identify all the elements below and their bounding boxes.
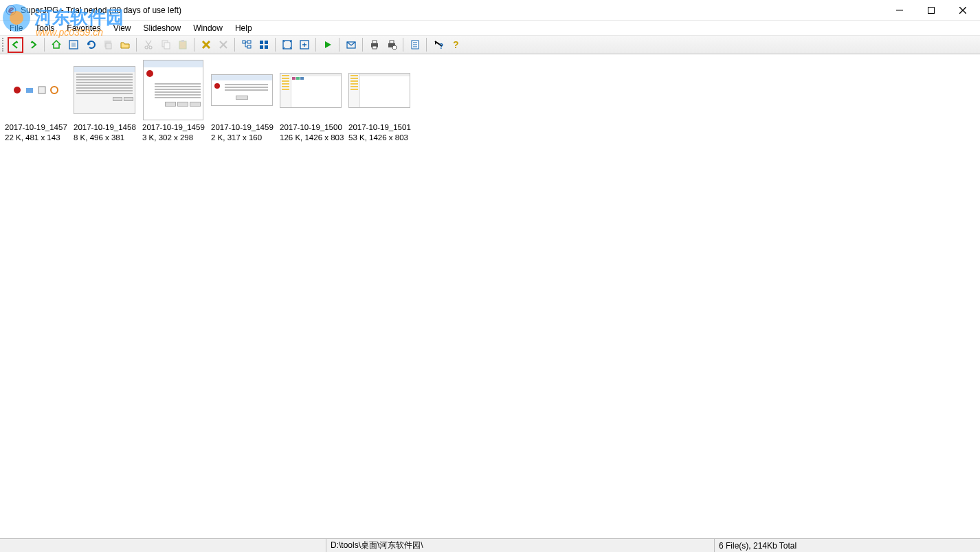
help-icon[interactable]: ? — [447, 37, 463, 53]
print-icon[interactable] — [366, 37, 382, 53]
status-path: D:\tools\桌面\河东软件园\ — [326, 539, 715, 552]
title-bar: SuperJPG - Trial period (30 days of use … — [0, 0, 980, 21]
maximize-button[interactable] — [915, 0, 947, 21]
undo-icon[interactable] — [82, 37, 98, 53]
svg-rect-17 — [243, 41, 245, 43]
status-file-count: 6 File(s), 214Kb Total — [715, 539, 980, 552]
svg-rect-23 — [265, 45, 268, 49]
thumbnail-item[interactable]: 2017-10-19_14593 K, 302 x 298 — [142, 58, 208, 142]
toolbar-separator — [136, 38, 137, 52]
folder-open-icon[interactable] — [117, 37, 133, 53]
fullscreen-icon[interactable] — [279, 37, 295, 53]
thumbnail-info: 126 K, 980 x 552 — [279, 133, 345, 142]
menu-view[interactable]: View — [108, 22, 137, 34]
thumbnail-image — [73, 58, 136, 122]
toolbar-separator — [275, 38, 276, 52]
menu-bar: FileToolsFavoritesViewSlideshowWindowHel… — [0, 21, 980, 36]
thumbnail-item[interactable]: 2017-10-19_1500126 K, 980 x 552 — [279, 58, 345, 142]
thumbnail-info: 53 K, 980 x 552 — [348, 133, 414, 142]
cancel-x-icon[interactable] — [198, 37, 214, 53]
thumbnail-filename: 2017-10-19_1457 — [4, 122, 70, 132]
thumbnail-info: 2 K, 317 x 160 — [210, 133, 276, 142]
thumbnail-image — [142, 58, 205, 122]
menu-slideshow[interactable]: Slideshow — [138, 22, 187, 34]
thumbnail-image — [348, 58, 411, 122]
thumbnail-filename: 2017-10-19_1458 — [73, 122, 139, 132]
toolbar-separator — [339, 38, 339, 52]
play-slideshow-icon[interactable] — [320, 37, 335, 53]
svg-rect-41 — [38, 87, 45, 93]
thumbnail-image — [4, 58, 67, 122]
svg-rect-10 — [106, 43, 111, 49]
menu-favorites[interactable]: Favorites — [61, 22, 106, 34]
svg-rect-20 — [260, 41, 263, 44]
thumbnail-item[interactable]: 2017-10-19_150153 K, 980 x 552 — [348, 58, 414, 142]
menu-help[interactable]: Help — [230, 22, 258, 34]
app-icon — [5, 5, 16, 16]
svg-point-39 — [14, 87, 21, 93]
refresh-icon[interactable] — [65, 37, 81, 53]
menu-window[interactable]: Window — [188, 22, 228, 34]
print-preview-icon[interactable] — [383, 37, 399, 53]
paste-icon — [175, 37, 190, 53]
toolbar-separator — [362, 38, 363, 52]
thumbnail-pane[interactable]: 2017-10-19_145722 K, 481 x 143 2017-10-1… — [0, 54, 980, 538]
svg-text:?: ? — [453, 39, 459, 50]
minimize-button[interactable] — [884, 0, 915, 21]
email-icon[interactable] — [343, 37, 359, 53]
svg-rect-28 — [372, 41, 377, 43]
toolbar-separator — [315, 38, 316, 52]
toolbar: ?? — [0, 36, 980, 54]
svg-point-32 — [392, 45, 397, 49]
svg-point-43 — [146, 70, 153, 77]
svg-rect-14 — [164, 43, 170, 49]
thumbnail-info: 22 K, 481 x 143 — [4, 133, 70, 142]
forward-icon[interactable] — [25, 37, 41, 53]
status-empty — [0, 539, 326, 552]
thumbnail-item[interactable]: 2017-10-19_14592 K, 317 x 160 — [210, 58, 276, 142]
thumbnail-image — [279, 58, 342, 122]
svg-rect-31 — [390, 41, 394, 43]
svg-rect-29 — [372, 46, 377, 49]
menu-file[interactable]: File — [4, 22, 28, 34]
thumbnail-info: 8 K, 496 x 381 — [73, 133, 139, 142]
thumbnail-filename: 2017-10-19_1501 — [348, 122, 414, 132]
svg-rect-16 — [181, 40, 184, 42]
toolbar-separator — [44, 38, 45, 52]
svg-point-44 — [214, 83, 220, 89]
toolbar-separator — [234, 38, 235, 52]
cut-icon — [140, 37, 156, 53]
fit-icon[interactable] — [296, 37, 312, 53]
thumbnail-filename: 2017-10-19_1500 — [279, 122, 345, 132]
thumbnail-filename: 2017-10-19_1459 — [210, 122, 276, 132]
svg-rect-19 — [247, 45, 251, 48]
svg-point-42 — [51, 87, 58, 93]
svg-rect-22 — [260, 45, 263, 49]
svg-rect-40 — [26, 88, 33, 93]
toolbar-separator — [403, 38, 403, 52]
svg-rect-18 — [247, 41, 251, 43]
select-tree-icon[interactable] — [238, 37, 254, 53]
svg-rect-21 — [265, 41, 268, 44]
thumbnails-icon[interactable] — [256, 37, 271, 53]
thumbnail-item[interactable]: 2017-10-19_14588 K, 496 x 381 — [73, 58, 139, 142]
thumbnail-info: 3 K, 302 x 298 — [142, 133, 208, 142]
whatsthis-icon[interactable]: ? — [430, 37, 446, 53]
thumbnail-item[interactable]: 2017-10-19_145722 K, 481 x 143 — [4, 58, 70, 142]
thumbnail-filename: 2017-10-19_1459 — [142, 122, 208, 132]
thumbnail-image — [210, 58, 274, 122]
properties-icon[interactable] — [407, 37, 423, 53]
menu-tools[interactable]: Tools — [30, 22, 60, 34]
back-icon[interactable] — [8, 37, 23, 53]
home-icon[interactable] — [48, 37, 64, 53]
svg-rect-15 — [179, 41, 186, 49]
toolbar-separator — [426, 38, 427, 52]
close-button[interactable] — [947, 0, 979, 21]
toolbar-grip[interactable] — [2, 38, 5, 52]
toolbar-separator — [194, 38, 194, 52]
delete-x-icon — [215, 37, 231, 53]
copy-icon — [157, 37, 173, 53]
svg-rect-5 — [928, 7, 935, 13]
svg-text:?: ? — [439, 43, 443, 50]
status-bar: D:\tools\桌面\河东软件园\ 6 File(s), 214Kb Tota… — [0, 538, 980, 552]
